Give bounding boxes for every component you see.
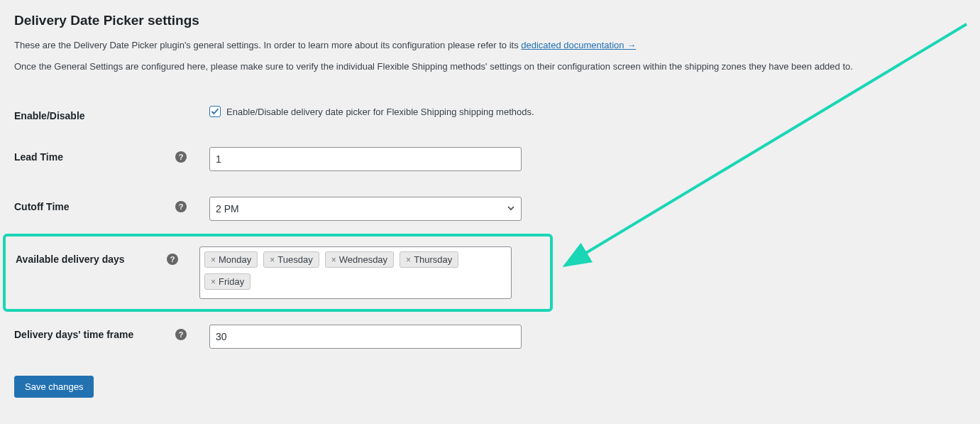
intro-text: These are the Delivery Date Picker plugi… (14, 40, 521, 50)
help-icon[interactable]: ? (175, 329, 187, 340)
time-frame-label-text: Delivery days' time frame (14, 329, 133, 340)
time-frame-input[interactable] (209, 325, 522, 349)
cutoff-time-value: 2 PM (216, 203, 239, 214)
day-tag[interactable]: ×Friday (204, 273, 250, 290)
enable-disable-row: Enable/Disable Enable/Disable delivery d… (14, 93, 966, 134)
help-icon[interactable]: ? (167, 254, 178, 265)
cutoff-time-row: Cutoff Time ? 2 PM (14, 184, 966, 234)
day-tag-label: Monday (219, 254, 251, 265)
help-icon[interactable]: ? (175, 201, 187, 212)
settings-form: Enable/Disable Enable/Disable delivery d… (14, 93, 966, 362)
enable-disable-label: Enable/Disable (14, 106, 195, 121)
enable-checkbox-wrap[interactable]: Enable/Disable delivery date picker for … (209, 106, 534, 117)
day-tag-label: Thursday (414, 254, 452, 265)
help-icon[interactable]: ? (175, 151, 187, 163)
day-tag[interactable]: ×Thursday (400, 251, 458, 268)
cutoff-time-label-text: Cutoff Time (14, 201, 70, 212)
lead-time-label: Lead Time ? (14, 147, 195, 163)
cutoff-time-label: Cutoff Time ? (14, 197, 195, 212)
check-icon (211, 107, 219, 116)
enable-label-text: Enable/Disable (14, 110, 85, 121)
enable-checkbox[interactable] (209, 106, 221, 117)
intro-paragraph-2: Once the General Settings are configured… (14, 60, 966, 74)
lead-time-input[interactable] (209, 147, 522, 171)
enable-checkbox-label: Enable/Disable delivery date picker for … (226, 107, 534, 117)
save-button[interactable]: Save changes (14, 376, 94, 398)
documentation-link[interactable]: dedicated documentation → (521, 40, 636, 50)
remove-tag-icon[interactable]: × (331, 255, 336, 265)
day-tag-label: Tuesday (277, 254, 312, 265)
remove-tag-icon[interactable]: × (211, 277, 216, 287)
time-frame-row: Delivery days' time frame ? (14, 312, 966, 362)
cutoff-time-select[interactable]: 2 PM (209, 197, 522, 221)
day-tag-label: Wednesday (339, 254, 387, 265)
remove-tag-icon[interactable]: × (406, 255, 411, 265)
available-days-label-text: Available delivery days (16, 254, 125, 265)
day-tag[interactable]: ×Tuesday (263, 251, 319, 268)
page-title: Delivery Date Picker settings (14, 13, 966, 28)
chevron-down-icon (507, 203, 515, 214)
day-tag[interactable]: ×Wednesday (325, 251, 394, 268)
intro-paragraph-1: These are the Delivery Date Picker plugi… (14, 38, 966, 53)
day-tag-label: Friday (219, 276, 244, 287)
available-days-highlight: Available delivery days ? ×Monday×Tuesda… (3, 234, 553, 312)
day-tag[interactable]: ×Monday (204, 251, 258, 268)
lead-time-label-text: Lead Time (14, 151, 63, 163)
remove-tag-icon[interactable]: × (211, 255, 216, 265)
available-days-input[interactable]: ×Monday×Tuesday×Wednesday×Thursday×Frida… (199, 246, 512, 299)
remove-tag-icon[interactable]: × (270, 255, 275, 265)
available-days-label: Available delivery days ? (16, 246, 187, 265)
time-frame-label: Delivery days' time frame ? (14, 325, 195, 340)
lead-time-row: Lead Time ? (14, 134, 966, 184)
